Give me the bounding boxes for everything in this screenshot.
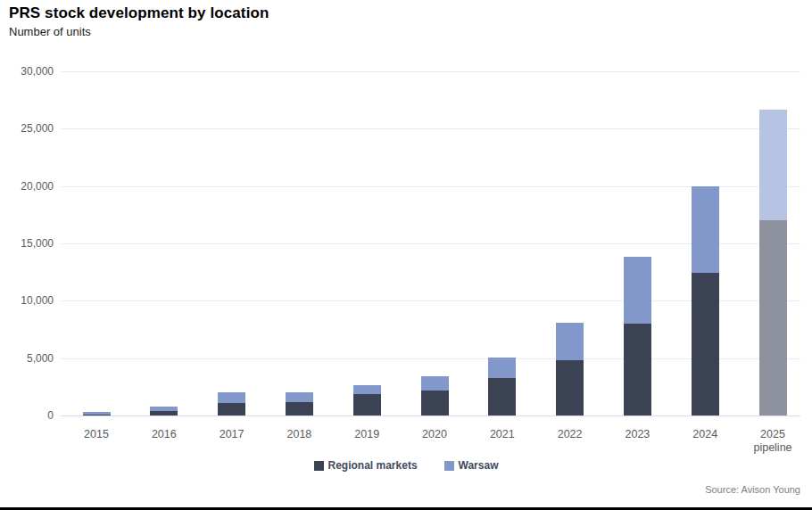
x-axis-label: 2024 [671,428,739,441]
bar-segment-regional-markets-2018 [286,402,313,415]
bar-segment-regional-markets-2024 [692,273,719,415]
bar-segment-warsaw-2017 [218,392,245,403]
y-tick-label: 0 [7,409,54,422]
y-gridline [61,358,800,359]
x-axis-label: 2025pipeline [739,428,807,455]
bar-segment-regional-markets-2020 [421,391,449,415]
y-gridline [61,243,800,244]
y-gridline [61,71,800,72]
legend-swatch-icon [314,461,324,471]
chart-legend: Regional marketsWarsaw [0,459,812,472]
bar-segment-regional-markets-2016 [150,411,178,415]
legend-label: Regional markets [328,459,418,472]
bar-segment-warsaw-2016 [150,407,178,411]
bar-segment-warsaw-2015 [83,412,111,415]
bar-segment-warsaw-2020 [421,376,449,391]
chart-card: PRS stock development by location Number… [0,0,812,510]
x-axis-label: 2020 [401,428,468,441]
bar-segment-warsaw-2019 [353,385,381,394]
y-gridline [61,186,800,187]
bar-segment-regional-markets-2021 [488,378,516,415]
legend-item-regional-markets: Regional markets [314,459,418,472]
x-axis-label: 2021 [468,428,536,441]
y-tick-label: 30,000 [7,65,54,78]
y-gridline [61,128,800,129]
bar-segment-warsaw-2024 [692,186,719,274]
x-axis-label: 2019 [333,428,401,441]
legend-swatch-icon [444,461,454,471]
legend-label: Warsaw [459,459,499,472]
bar-segment-regional-markets-2019 [353,394,381,415]
chart-plot: 05,00010,00015,00020,00025,00030,0002015… [0,0,812,510]
x-axis-label: 2023 [603,428,671,441]
bar-segment-regional-markets-2015 [83,415,111,415]
source-note: Source: Avison Young [705,484,800,495]
bar-segment-regional-markets-2025-pipeline [759,220,787,415]
x-axis-label: 2022 [536,428,604,441]
y-tick-label: 25,000 [7,122,54,135]
bar-segment-regional-markets-2017 [218,403,245,415]
x-axis-label: 2017 [198,428,266,441]
y-tick-label: 10,000 [7,294,54,307]
bar-segment-regional-markets-2022 [556,360,584,415]
y-tick-label: 5,000 [7,352,54,365]
bar-segment-warsaw-2018 [286,392,313,402]
bar-segment-warsaw-2025-pipeline [759,110,787,220]
y-tick-label: 15,000 [7,237,54,250]
bar-segment-warsaw-2022 [556,323,584,360]
x-axis-label: 2016 [130,428,198,441]
legend-item-warsaw: Warsaw [444,459,499,472]
x-axis-label: 2015 [62,428,130,441]
bar-segment-warsaw-2021 [488,358,516,378]
x-axis-label: 2018 [265,428,333,441]
y-tick-label: 20,000 [7,180,54,193]
y-gridline [61,300,800,301]
x-axis-line [61,415,800,416]
bar-segment-warsaw-2023 [624,257,651,324]
bar-segment-regional-markets-2023 [624,324,651,415]
